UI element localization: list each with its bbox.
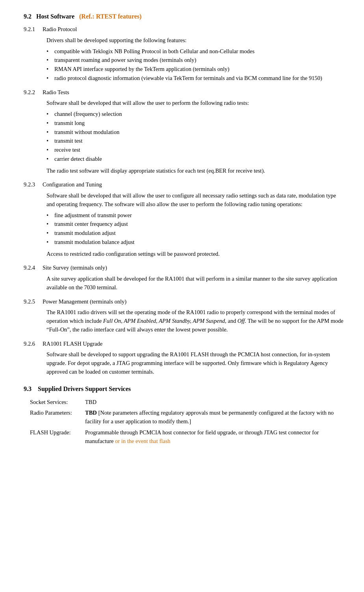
services-label-radio: Radio Parameters: bbox=[28, 408, 83, 427]
table-row: FLASH Upgrade: Programmable through PCMC… bbox=[28, 427, 348, 447]
sub925-italic2: Off. bbox=[238, 318, 246, 324]
sub923-body: Software shall be developed that will al… bbox=[24, 192, 344, 258]
list-item: RMAN API interface supported by the TekT… bbox=[46, 65, 344, 74]
sub921-title: Radio Protocol bbox=[43, 25, 77, 34]
subsection-926: 9.2.6 RA1001 FLASH Upgrade Software shal… bbox=[24, 340, 344, 376]
list-item: fine adjustment of transmit power bbox=[46, 211, 344, 220]
list-item: transmit center frequency adjust bbox=[46, 220, 344, 229]
list-item: receive test bbox=[46, 146, 344, 155]
sub926-body: Software shall be developed to support u… bbox=[24, 350, 344, 376]
sub924-text: A site survey application shall be devel… bbox=[46, 275, 344, 292]
section-92-ref: (Ref.: RTEST features) bbox=[79, 13, 141, 20]
subsection-922: 9.2.2 Radio Tests Software shall be deve… bbox=[24, 88, 344, 175]
sub923-note: Access to restricted radio configuration… bbox=[46, 250, 344, 259]
section-92-title: Host Software bbox=[36, 13, 74, 20]
sub926-num: 9.2.6 bbox=[24, 340, 39, 348]
sub922-intro: Software shall be developed that will al… bbox=[46, 99, 344, 108]
services-val-flash: Programmable through PCMCIA host connect… bbox=[83, 427, 348, 447]
services-val-radio: TBD [Note parameters affecting regulator… bbox=[83, 408, 348, 427]
subsection-925: 9.2.5 Power Management (terminals only) … bbox=[24, 298, 344, 334]
sub925-mid: and bbox=[227, 318, 238, 324]
sub921-body: Drivers shall be developed supporting th… bbox=[24, 36, 344, 83]
services-label-flash: FLASH Upgrade: bbox=[28, 427, 83, 447]
sub925-italic: Full On, APM Enabled, APM Standby, APM S… bbox=[103, 318, 227, 324]
services-val-socket: TBD bbox=[83, 397, 348, 408]
table-row: Radio Parameters: TBD [Note parameters a… bbox=[28, 408, 348, 427]
list-item: radio protocol diagnostic information (v… bbox=[46, 74, 344, 83]
sub921-intro: Drivers shall be developed supporting th… bbox=[46, 36, 344, 45]
subsection-921: 9.2.1 Radio Protocol Drivers shall be de… bbox=[24, 25, 344, 83]
list-item: transparent roaming and power saving mod… bbox=[46, 56, 344, 65]
sub925-title: Power Management (terminals only) bbox=[43, 298, 126, 306]
list-item: compatible with Teklogix NB Polling Prot… bbox=[46, 47, 344, 56]
sub923-num: 9.2.3 bbox=[24, 181, 39, 189]
subsection-923: 9.2.3 Configuration and Tuning Software … bbox=[24, 181, 344, 258]
sub924-body: A site survey application shall be devel… bbox=[24, 275, 344, 292]
sub924-title: Site Survey (terminals only) bbox=[43, 264, 107, 272]
sub926-text: Software shall be developed to support u… bbox=[46, 350, 344, 376]
sub925-num: 9.2.5 bbox=[24, 298, 39, 306]
sub921-num: 9.2.1 bbox=[24, 25, 39, 34]
section-93-title: Supplied Drivers Support Services bbox=[38, 385, 131, 392]
list-item: transmit without modulation bbox=[46, 128, 344, 137]
list-item: transmit modulation balance adjust bbox=[46, 238, 344, 247]
sub923-list: fine adjustment of transmit power transm… bbox=[46, 211, 344, 247]
list-item: carrier detect disable bbox=[46, 155, 344, 164]
list-item: transmit test bbox=[46, 137, 344, 145]
table-row: Socket Services: TBD bbox=[28, 397, 348, 408]
section-93: 9.3 Supplied Drivers Support Services So… bbox=[24, 384, 344, 447]
sub926-title: RA1001 FLASH Upgrade bbox=[43, 340, 102, 348]
sub922-list: channel (frequency) selection transmit l… bbox=[46, 110, 344, 164]
services-table: Socket Services: TBD Radio Parameters: T… bbox=[28, 397, 348, 447]
services-label-socket: Socket Services: bbox=[28, 397, 83, 408]
sub925-text: The RA1001 radio drivers will set the op… bbox=[46, 308, 344, 334]
sub923-title: Configuration and Tuning bbox=[43, 181, 102, 189]
sub924-num: 9.2.4 bbox=[24, 264, 39, 272]
section-92-num: 9.2 bbox=[24, 13, 32, 20]
section-92: 9.2 Host Software (Ref.: RTEST features)… bbox=[24, 12, 344, 376]
sub923-intro: Software shall be developed that will al… bbox=[46, 192, 344, 209]
sub922-num: 9.2.2 bbox=[24, 88, 39, 97]
sub925-body: The RA1001 radio drivers will set the op… bbox=[24, 308, 344, 334]
list-item: channel (frequency) selection bbox=[46, 110, 344, 119]
sub921-list: compatible with Teklogix NB Polling Prot… bbox=[46, 47, 344, 83]
list-item: transmit long bbox=[46, 119, 344, 128]
list-item: transmit modulation adjust bbox=[46, 229, 344, 238]
sub922-body: Software shall be developed that will al… bbox=[24, 99, 344, 175]
subsection-924: 9.2.4 Site Survey (terminals only) A sit… bbox=[24, 264, 344, 292]
sub922-title: Radio Tests bbox=[43, 88, 69, 97]
section-93-num: 9.3 bbox=[24, 385, 32, 392]
sub922-note: The radio test software will display app… bbox=[46, 167, 344, 175]
